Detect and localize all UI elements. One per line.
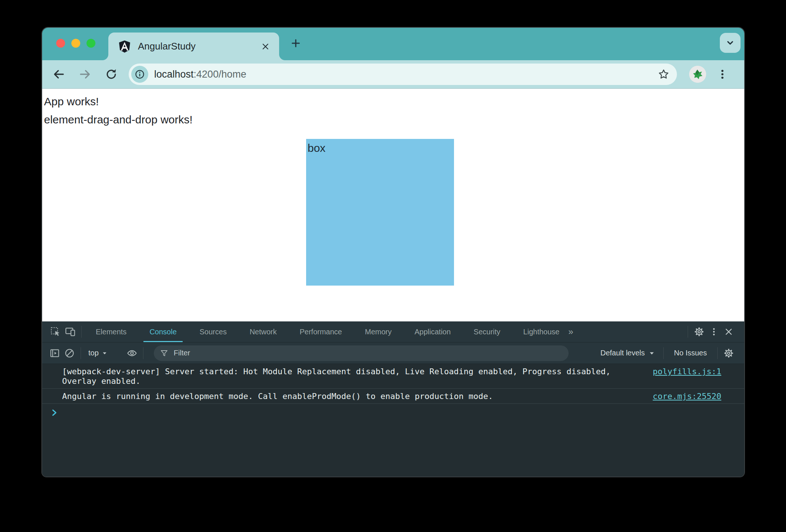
devtools-tab-performance[interactable]: Performance (294, 321, 348, 342)
console-message-source-link[interactable]: polyfills.js:1 (653, 367, 721, 376)
divider (81, 347, 81, 359)
traffic-lights (56, 39, 95, 48)
devtools-tab-elements[interactable]: Elements (90, 321, 132, 342)
device-toolbar-icon[interactable] (63, 324, 78, 339)
console-log[interactable]: [webpack-dev-server] Server started: Hot… (42, 364, 744, 477)
console-sidebar-icon[interactable] (47, 346, 62, 361)
context-label: top (88, 349, 99, 357)
bookmark-star-icon[interactable] (657, 68, 670, 81)
browser-window: AngularStudy (42, 28, 744, 477)
devtools-tab-sources[interactable]: Sources (194, 321, 233, 342)
context-selector[interactable]: top (85, 349, 111, 357)
url-bar[interactable]: localhost:4200/home (129, 64, 677, 85)
tab-search-chevron-button[interactable] (720, 33, 741, 53)
site-info-icon[interactable] (131, 66, 148, 83)
draggable-box[interactable]: box (306, 139, 454, 286)
dropdown-arrow-icon (648, 350, 655, 357)
tab-close-icon[interactable] (260, 41, 271, 52)
live-expression-eye-icon[interactable] (125, 346, 139, 361)
devtools-tab-bar: ElementsConsoleSourcesNetworkPerformance… (42, 321, 744, 342)
devtools-tab-label: Console (149, 328, 176, 336)
console-settings-icon[interactable] (721, 346, 736, 361)
minimize-window-button[interactable] (71, 39, 80, 48)
box-label: box (308, 142, 325, 154)
component-works-text: element-drag-and-drop works! (44, 113, 744, 126)
devtools-panel: ElementsConsoleSourcesNetworkPerformance… (42, 321, 744, 477)
devtools-settings-icon[interactable] (692, 324, 707, 339)
url-path: :4200/home (194, 69, 247, 80)
devtools-tab-label: Security (474, 328, 500, 336)
log-levels-selector[interactable]: Default levels (596, 349, 660, 357)
console-message-text: [webpack-dev-server] Server started: Hot… (62, 367, 628, 386)
console-toolbar: top Default levels (42, 342, 744, 364)
console-message-row: Angular is running in development mode. … (42, 389, 744, 404)
tab-strip: AngularStudy (42, 28, 744, 60)
devtools-tab-label: Lighthouse (523, 328, 559, 336)
browser-toolbar: localhost:4200/home (42, 60, 744, 89)
devtools-tab-label: Network (250, 328, 277, 336)
close-window-button[interactable] (56, 39, 65, 48)
devtools-tab-network[interactable]: Network (244, 321, 282, 342)
back-button[interactable] (50, 66, 67, 83)
devtools-tab-security[interactable]: Security (468, 321, 506, 342)
console-message-row: [webpack-dev-server] Server started: Hot… (42, 364, 744, 389)
devtools-tab-console[interactable]: Console (143, 321, 182, 342)
issues-counter[interactable]: No Issues (667, 349, 714, 357)
page-content: App works! element-drag-and-drop works! … (42, 89, 744, 321)
divider (717, 347, 718, 359)
new-tab-button[interactable] (288, 35, 304, 51)
divider (663, 347, 664, 359)
inspect-element-icon[interactable] (48, 324, 63, 339)
profile-avatar[interactable] (689, 66, 706, 83)
devtools-tab-label: Application (414, 328, 451, 336)
url-host: localhost (154, 69, 194, 80)
devtools-tab-memory[interactable]: Memory (359, 321, 397, 342)
devtools-tab-label: Memory (365, 328, 392, 336)
devtools-tab-label: Elements (96, 328, 126, 336)
tab-title: AngularStudy (138, 41, 260, 52)
devtools-menu-icon[interactable] (707, 324, 721, 339)
angular-logo-icon (118, 40, 131, 53)
devtools-tab-application[interactable]: Application (409, 321, 457, 342)
devtools-tabs: ElementsConsoleSourcesNetworkPerformance… (90, 321, 565, 342)
console-filter[interactable] (154, 345, 569, 361)
url-text[interactable]: localhost:4200/home (154, 69, 657, 80)
divider (81, 326, 82, 338)
browser-menu-icon[interactable] (715, 66, 730, 83)
zoom-window-button[interactable] (87, 39, 95, 48)
app-works-text: App works! (44, 95, 744, 108)
filter-funnel-icon (160, 349, 169, 358)
devtools-close-icon[interactable] (721, 324, 736, 339)
console-message-source-link[interactable]: core.mjs:25520 (653, 392, 721, 401)
forward-button[interactable] (77, 66, 94, 83)
prompt-chevron-icon (51, 408, 58, 417)
reload-button[interactable] (103, 66, 120, 83)
log-levels-label: Default levels (600, 349, 645, 357)
console-prompt[interactable] (42, 404, 744, 417)
clear-console-icon[interactable] (62, 346, 77, 361)
dropdown-arrow-icon (102, 350, 108, 356)
filter-input[interactable] (173, 348, 563, 358)
console-toolbar-right: Default levels No Issues (596, 346, 744, 361)
divider (688, 326, 688, 338)
devtools-tab-label: Performance (300, 328, 342, 336)
devtools-tab-label: Sources (200, 328, 227, 336)
browser-tab[interactable]: AngularStudy (108, 33, 279, 60)
divider (143, 347, 143, 359)
devtools-tab-lighthouse[interactable]: Lighthouse (517, 321, 565, 342)
console-message-text: Angular is running in development mode. … (62, 392, 493, 401)
more-tabs-chevron[interactable]: » (565, 327, 577, 337)
devtools-tab-bar-right (684, 324, 744, 339)
